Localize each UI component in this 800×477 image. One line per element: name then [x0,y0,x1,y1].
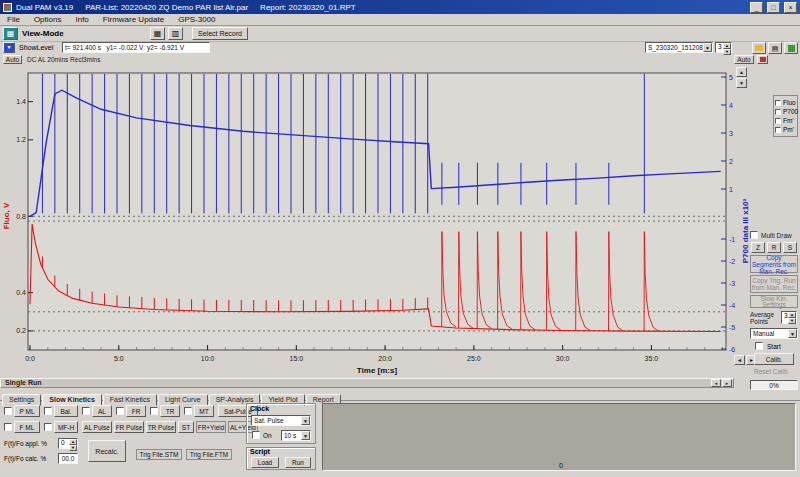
mf-h-button[interactable]: MF-H [54,421,78,433]
svg-text:0.2: 0.2 [16,327,26,334]
menu-firmware-update[interactable]: Firmware Update [103,15,164,24]
export-table-icon[interactable]: ▤ [768,42,782,54]
average-points-label: Average Points [750,311,780,325]
fr-checkbox[interactable] [116,407,124,415]
svg-text:1.2: 1.2 [16,136,26,143]
clock-on-checkbox[interactable] [252,431,260,439]
svg-text:0.4: 0.4 [16,289,26,296]
app-icon [3,3,12,12]
bal-checkbox[interactable] [44,407,52,415]
recalc-button[interactable]: Recalc. [88,440,126,462]
list-view-icon[interactable]: ▥ [168,27,183,40]
minimize-button[interactable]: _ [750,2,763,13]
fr-pulse-button[interactable]: FR Pulse [114,421,144,433]
fr-yield-button[interactable]: FR+Yield [196,421,226,433]
tr-pulse-button[interactable]: TR Pulse [146,421,176,433]
f-ml-checkbox[interactable] [4,423,12,431]
script-load-button[interactable]: Load [251,457,279,468]
scroll-down-icon[interactable]: ▼ [736,78,747,88]
record-number-spinner[interactable]: 3 ▲▼ [715,42,732,53]
auto-scale-left-button[interactable]: Auto [3,55,22,64]
st-button[interactable]: ST [178,421,194,433]
menu-info[interactable]: Info [75,15,88,24]
legend-fm-label: Fm' [783,117,794,124]
mini-plot: 0 [322,403,796,471]
view-mode-label: View-Mode [22,29,64,38]
clock-interval-arrow-icon[interactable]: ▼ [301,431,310,440]
script-run-button[interactable]: Run [285,457,311,468]
scroll-up-icon[interactable]: ▲ [736,67,747,77]
level-row: ▾ ShowLevel t= 921.400 s y1= -0.022 V y2… [0,42,800,55]
menu-options[interactable]: Options [34,15,62,24]
p-ml-button[interactable]: P ML [14,405,40,417]
record-number-value: 3 [716,43,723,52]
p-ml-checkbox[interactable] [4,407,12,415]
clock-mode-arrow-icon[interactable]: ▼ [301,416,310,425]
mf-h-checkbox[interactable] [44,423,52,431]
run-next-icon[interactable]: ► [722,379,732,387]
single-run-bar[interactable]: Single Run ◄ ► [0,378,734,388]
main-chart[interactable]: 0:05:010:015:020:025:030:035:0Time [m:s]… [0,66,760,378]
copy-segments-button[interactable]: Copy Segments from Man. Rec. [750,255,798,273]
record-combo-arrow-icon[interactable]: ▼ [703,43,712,52]
fr-button[interactable]: FR [126,405,146,417]
toolbar: ▦ View-Mode ▦ ▥ Select Record [0,26,800,42]
scroll-left-icon[interactable]: ◄ [734,355,745,365]
svg-text:-2: -2 [729,258,735,265]
maximize-button[interactable]: □ [767,2,780,13]
mt-checkbox[interactable] [184,407,192,415]
legend-p700-label: P700 [783,108,798,115]
svg-text:-5: -5 [729,324,735,331]
open-folder-icon[interactable] [752,42,766,54]
ft-fo-calc-label: F(t)/Fo calc. % [4,455,46,462]
legend-p700-checkbox[interactable] [775,109,781,115]
auto-scale-right-button[interactable]: Auto [734,55,754,64]
clock-title: Clock [250,405,269,412]
select-record-button[interactable]: Select Record [192,27,248,40]
copy-trig-run-button: Copy Trig. Run from Man. Rec. [750,275,798,293]
grid-view-icon[interactable]: ▦ [150,27,165,40]
legend-fm-checkbox[interactable] [775,118,781,124]
svg-text:Time [m:s]: Time [m:s] [357,366,398,375]
legend-fluo-checkbox[interactable] [775,100,781,106]
legend-pm-checkbox[interactable] [775,127,781,133]
mode-select[interactable]: Manual ▼ [750,328,798,339]
menu-gps-3000[interactable]: GPS-3000 [178,15,215,24]
menu-file[interactable]: File [7,15,20,24]
clock-mode-select[interactable]: Sat. Pulse ▼ [251,415,311,426]
f-ml-button[interactable]: F ML [14,421,40,433]
svg-text:15:0: 15:0 [290,355,304,362]
legend-pm-label: Pm' [783,126,794,133]
zoom-z-button[interactable]: Z [751,242,765,253]
bal-button[interactable]: Bal. [54,405,78,417]
record-id-combo[interactable]: S_230320_151208 ▼ [645,42,713,53]
show-level-icon[interactable]: ▾ [3,42,15,53]
run-prev-icon[interactable]: ◄ [711,379,721,387]
svg-text:P700 data III x10³: P700 data III x10³ [741,198,750,263]
calib-button[interactable]: Calib. [754,353,794,365]
save-record-icon[interactable] [784,42,798,54]
zoom-s-button[interactable]: S [783,242,797,253]
trig-file-ftm-button[interactable]: Trig File.FTM [186,449,232,460]
ft-fo-down-icon[interactable]: ▼ [69,445,77,451]
mode-arrow-icon[interactable]: ▼ [788,329,797,338]
start-checkbox[interactable] [755,342,763,350]
svg-text:35:0: 35:0 [645,355,659,362]
record-stop-icon[interactable] [757,55,768,64]
clock-interval-select[interactable]: 10 s ▼ [281,430,311,441]
show-level-label: ShowLevel [19,44,53,51]
ft-fo-appl-spinner[interactable]: 0 ▲▼ [58,438,78,449]
mt-button[interactable]: MT [194,405,214,417]
trig-file-stm-button[interactable]: Trig File.STM [136,449,182,460]
multi-draw-checkbox[interactable] [750,231,758,239]
average-down-icon[interactable]: ▼ [788,318,796,324]
view-mode-icon[interactable]: ▦ [3,27,18,40]
al-pulse-button[interactable]: AL Pulse [82,421,112,433]
tr-checkbox[interactable] [150,407,158,415]
zoom-r-button[interactable]: R [767,242,781,253]
al-button[interactable]: AL [92,405,112,417]
average-points-spinner[interactable]: 3 ▲▼ [781,311,797,324]
close-button[interactable]: × [784,2,797,13]
tr-button[interactable]: TR [160,405,180,417]
al-checkbox[interactable] [82,407,90,415]
